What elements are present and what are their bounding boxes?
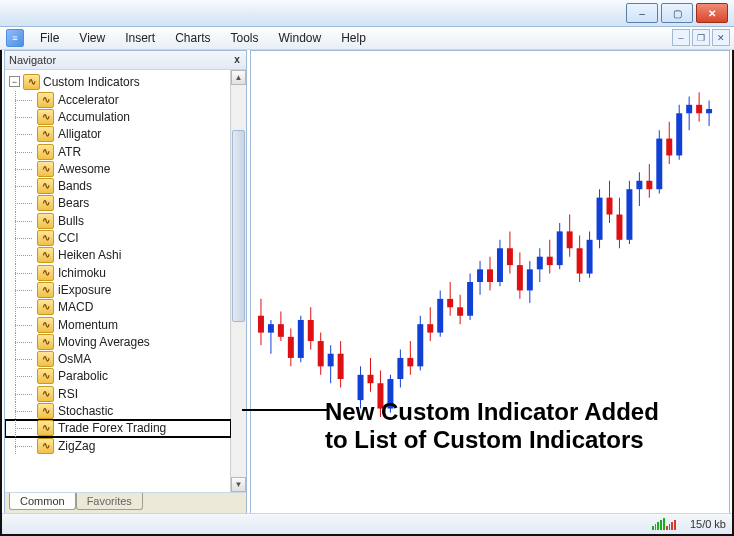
indicator-icon [37, 195, 54, 211]
navigator-scrollbar[interactable]: ▲ ▼ [230, 70, 246, 492]
tree-item-label: Momentum [58, 318, 118, 332]
indicator-icon [37, 92, 54, 108]
tree-item-label: Ichimoku [58, 266, 106, 280]
svg-rect-39 [457, 307, 463, 315]
svg-rect-55 [537, 257, 543, 270]
indicator-icon [37, 126, 54, 142]
tree-root-label: Custom Indicators [43, 75, 140, 89]
menu-charts[interactable]: Charts [165, 29, 220, 47]
connection-status-icon [652, 518, 676, 530]
window-minimize-button[interactable]: – [626, 3, 658, 23]
tree-item-alligator[interactable]: Alligator [5, 126, 231, 143]
workspace: Navigator x − Custom Indicators Accelera… [2, 50, 732, 514]
svg-rect-1 [258, 316, 264, 333]
mdi-minimize-button[interactable]: – [672, 29, 690, 46]
tree-item-awesome[interactable]: Awesome [5, 160, 231, 177]
window-maximize-button[interactable]: ▢ [661, 3, 693, 23]
chart-area[interactable] [250, 50, 730, 514]
indicator-icon [37, 386, 54, 402]
tree-item-label: Alligator [58, 127, 101, 141]
svg-rect-61 [567, 231, 573, 248]
tree-item-bands[interactable]: Bands [5, 177, 231, 194]
tree-item-rsi[interactable]: RSI [5, 385, 231, 402]
tree-item-cci[interactable]: CCI [5, 229, 231, 246]
tree-item-parabolic[interactable]: Parabolic [5, 368, 231, 385]
app-icon: ≡ [6, 29, 24, 47]
svg-rect-19 [358, 375, 364, 400]
scroll-down-button[interactable]: ▼ [231, 477, 246, 492]
indicator-icon [37, 247, 54, 263]
collapse-icon[interactable]: − [9, 76, 20, 87]
tree-item-stochastic[interactable]: Stochastic [5, 402, 231, 419]
scroll-up-button[interactable]: ▲ [231, 70, 246, 85]
indicator-icon [37, 317, 54, 333]
indicator-icon [37, 438, 54, 454]
tree-item-trade-forex-trading[interactable]: Trade Forex Trading [5, 420, 231, 437]
tree-item-label: Parabolic [58, 369, 108, 383]
scroll-thumb[interactable] [232, 130, 245, 322]
tab-favorites[interactable]: Favorites [76, 493, 143, 510]
tab-common[interactable]: Common [9, 493, 76, 510]
svg-rect-21 [368, 375, 374, 383]
tree-item-bears[interactable]: Bears [5, 195, 231, 212]
tree-item-heiken-ashi[interactable]: Heiken Ashi [5, 247, 231, 264]
svg-rect-13 [318, 341, 324, 366]
mdi-restore-button[interactable]: ❐ [692, 29, 710, 46]
window-titlebar[interactable]: – ▢ ✕ [0, 0, 734, 27]
svg-rect-69 [607, 198, 613, 215]
indicator-icon [37, 420, 54, 436]
svg-rect-77 [646, 181, 652, 189]
menu-window[interactable]: Window [269, 29, 332, 47]
menu-insert[interactable]: Insert [115, 29, 165, 47]
navigator-close-button[interactable]: x [230, 52, 244, 66]
tree-item-moving-averages[interactable]: Moving Averages [5, 333, 231, 350]
tree-item-osma[interactable]: OsMA [5, 350, 231, 367]
candlestick-chart [251, 51, 729, 513]
svg-rect-65 [587, 240, 593, 274]
tree-root-custom-indicators[interactable]: − Custom Indicators [5, 72, 231, 91]
svg-rect-49 [507, 248, 513, 265]
tree-item-label: CCI [58, 231, 79, 245]
svg-rect-29 [407, 358, 413, 366]
tree-item-label: Heiken Ashi [58, 248, 121, 262]
tree-item-macd[interactable]: MACD [5, 299, 231, 316]
tree-item-iexposure[interactable]: iExposure [5, 281, 231, 298]
tree-item-bulls[interactable]: Bulls [5, 212, 231, 229]
tree-item-zigzag[interactable]: ZigZag [5, 437, 231, 454]
tree-item-label: RSI [58, 387, 78, 401]
tree-item-momentum[interactable]: Momentum [5, 316, 231, 333]
tree-item-label: Awesome [58, 162, 110, 176]
svg-rect-17 [338, 354, 344, 379]
tree-item-ichimoku[interactable]: Ichimoku [5, 264, 231, 281]
svg-rect-89 [706, 109, 712, 113]
indicator-icon [37, 144, 54, 160]
tree-item-atr[interactable]: ATR [5, 143, 231, 160]
svg-rect-79 [656, 139, 662, 190]
svg-rect-57 [547, 257, 553, 265]
navigator-title: Navigator [9, 54, 56, 66]
menu-help[interactable]: Help [331, 29, 376, 47]
menu-tools[interactable]: Tools [221, 29, 269, 47]
navigator-body: − Custom Indicators AcceleratorAccumulat… [5, 70, 246, 492]
svg-rect-59 [557, 231, 563, 265]
mdi-buttons: – ❐ ✕ [672, 29, 730, 46]
navigator-tree[interactable]: − Custom Indicators AcceleratorAccumulat… [5, 70, 231, 492]
window-close-button[interactable]: ✕ [696, 3, 728, 23]
indicator-icon [37, 334, 54, 350]
tree-item-accelerator[interactable]: Accelerator [5, 91, 231, 108]
menu-view[interactable]: View [69, 29, 115, 47]
tree-item-label: Accumulation [58, 110, 130, 124]
menu-file[interactable]: File [30, 29, 69, 47]
navigator-header[interactable]: Navigator x [5, 51, 246, 70]
tree-item-label: Stochastic [58, 404, 113, 418]
folder-indicator-icon [23, 74, 40, 90]
indicator-icon [37, 230, 54, 246]
mdi-close-button[interactable]: ✕ [712, 29, 730, 46]
tree-item-accumulation[interactable]: Accumulation [5, 108, 231, 125]
svg-rect-83 [676, 113, 682, 155]
svg-rect-25 [387, 379, 393, 409]
status-bar: 15/0 kb [2, 513, 732, 534]
svg-rect-27 [397, 358, 403, 379]
svg-rect-85 [686, 105, 692, 113]
svg-rect-73 [626, 189, 632, 240]
